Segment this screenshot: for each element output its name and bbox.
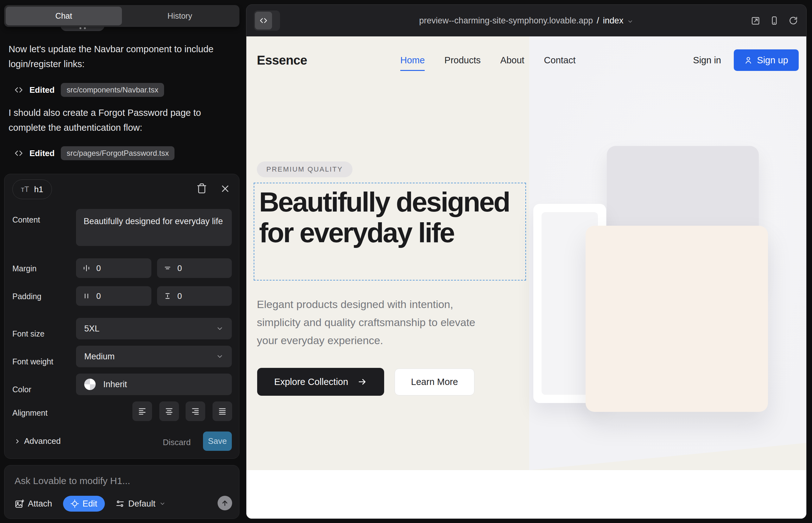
edit-label: Edit bbox=[83, 499, 98, 509]
edited-label: Edited bbox=[30, 148, 54, 158]
url-bar[interactable]: preview--charming-site-symphony.lovable.… bbox=[246, 5, 806, 36]
topbar-actions bbox=[751, 5, 798, 36]
font-weight-value: Medium bbox=[84, 352, 114, 362]
next-section bbox=[246, 470, 807, 519]
element-tag-label: h1 bbox=[34, 184, 43, 194]
content-input[interactable]: Beautifully designed for everyday life bbox=[76, 209, 232, 246]
attach-label: Attach bbox=[28, 499, 52, 509]
app-root: Chat History Now let's update the Navbar… bbox=[0, 0, 812, 523]
mobile-view-icon[interactable] bbox=[770, 16, 779, 25]
file-pill[interactable]: src/pages/ForgotPassword.tsx bbox=[61, 146, 175, 160]
open-in-new-icon[interactable] bbox=[751, 16, 760, 25]
discard-button[interactable]: Discard bbox=[163, 437, 191, 447]
edited-file-row: Edited src/pages/ForgotPassword.tsx bbox=[14, 146, 175, 160]
padding-x-input[interactable] bbox=[96, 291, 128, 301]
preview-url: preview--charming-site-symphony.lovable.… bbox=[419, 16, 593, 26]
site-auth: Sign in Sign up bbox=[693, 36, 799, 84]
margin-x-field[interactable] bbox=[76, 258, 152, 278]
chevron-down-icon bbox=[216, 353, 224, 360]
chevron-right-icon bbox=[14, 438, 21, 445]
hero-badge: PREMIUM QUALITY bbox=[257, 161, 352, 177]
tab-history[interactable]: History bbox=[122, 7, 238, 25]
chat-message: I should also create a Forgot Password p… bbox=[8, 105, 230, 135]
padding-horizontal-icon bbox=[82, 292, 91, 300]
content-label: Content bbox=[12, 215, 40, 224]
padding-y-input[interactable] bbox=[177, 291, 209, 301]
margin-y-input[interactable] bbox=[177, 264, 209, 273]
send-button[interactable] bbox=[217, 496, 232, 510]
refresh-icon[interactable] bbox=[789, 16, 798, 25]
font-size-select[interactable]: 5XL bbox=[76, 318, 232, 339]
font-weight-select[interactable]: Medium bbox=[76, 346, 232, 367]
sliders-icon bbox=[116, 499, 124, 508]
site-canvas: Essence Home Products About Contact Sign… bbox=[246, 36, 807, 519]
site-navbar: Essence Home Products About Contact Sign… bbox=[246, 36, 807, 84]
padding-y-field[interactable] bbox=[157, 286, 232, 306]
model-selector[interactable]: Default bbox=[116, 499, 166, 509]
color-label: Color bbox=[12, 385, 31, 394]
align-center-button[interactable] bbox=[159, 401, 179, 421]
font-size-value: 5XL bbox=[84, 324, 100, 334]
margin-y-field[interactable] bbox=[157, 258, 232, 278]
margin-horizontal-icon bbox=[82, 264, 91, 272]
advanced-toggle[interactable]: Advanced bbox=[14, 436, 61, 446]
sign-up-button[interactable]: Sign up bbox=[734, 49, 799, 71]
align-left-button[interactable] bbox=[133, 401, 152, 421]
preview-panel: preview--charming-site-symphony.lovable.… bbox=[246, 4, 807, 519]
sidebar-tabs: Chat History bbox=[4, 5, 240, 27]
hero-heading[interactable]: Beautifully designed for everyday life bbox=[254, 183, 525, 248]
chat-message: Now let's update the Navbar component to… bbox=[8, 42, 230, 72]
nav-link-about[interactable]: About bbox=[500, 55, 525, 66]
sign-up-label: Sign up bbox=[757, 55, 788, 66]
advanced-label: Advanced bbox=[24, 436, 61, 446]
chat-sidebar: Chat History Now let's update the Navbar… bbox=[0, 0, 246, 523]
nav-link-contact[interactable]: Contact bbox=[544, 55, 576, 66]
element-editor-panel: тT h1 Content Beautifully designed for e… bbox=[4, 174, 240, 459]
selection-outline: Beautifully designed for everyday life bbox=[254, 183, 526, 281]
alignment-label: Alignment bbox=[12, 409, 48, 418]
align-right-button[interactable] bbox=[186, 401, 205, 421]
code-icon bbox=[14, 86, 23, 94]
selected-element-chip: тT h1 bbox=[12, 180, 52, 199]
chevron-down-icon bbox=[159, 501, 166, 507]
chat-input[interactable] bbox=[15, 473, 224, 489]
tab-chat[interactable]: Chat bbox=[6, 7, 122, 25]
model-label: Default bbox=[128, 499, 156, 509]
color-select[interactable]: Inherit bbox=[76, 374, 232, 395]
explore-collection-label: Explore Collection bbox=[274, 377, 348, 387]
nav-link-products[interactable]: Products bbox=[444, 55, 480, 66]
font-weight-label: Font weight bbox=[12, 357, 53, 366]
arrow-right-icon bbox=[357, 377, 367, 386]
nav-link-home[interactable]: Home bbox=[400, 55, 425, 71]
delete-element-icon[interactable] bbox=[196, 183, 207, 194]
edited-label: Edited bbox=[30, 85, 54, 95]
url-page: index bbox=[603, 16, 623, 26]
save-button[interactable]: Save bbox=[203, 432, 232, 451]
decor-card-cream bbox=[586, 226, 768, 412]
learn-more-button[interactable]: Learn More bbox=[394, 368, 474, 395]
composer-toolbar: Attach Edit Default bbox=[15, 496, 231, 511]
font-size-label: Font size bbox=[12, 329, 44, 339]
attach-button[interactable]: Attach bbox=[15, 499, 52, 509]
hero-paragraph: Elegant products designed with intention… bbox=[257, 295, 497, 349]
margin-label: Margin bbox=[12, 264, 36, 273]
url-separator: / bbox=[597, 16, 599, 26]
attach-image-icon bbox=[15, 499, 24, 508]
color-value: Inherit bbox=[103, 380, 127, 390]
preview-topbar: preview--charming-site-symphony.lovable.… bbox=[246, 5, 806, 36]
target-icon bbox=[71, 500, 79, 508]
code-icon bbox=[14, 149, 23, 158]
site-logo[interactable]: Essence bbox=[257, 36, 307, 84]
site-nav-links: Home Products About Contact bbox=[400, 36, 576, 84]
chevron-down-icon bbox=[627, 18, 633, 25]
user-icon bbox=[744, 56, 753, 64]
explore-collection-button[interactable]: Explore Collection bbox=[257, 368, 384, 396]
sign-in-link[interactable]: Sign in bbox=[693, 55, 721, 66]
file-pill[interactable]: src/components/Navbar.tsx bbox=[61, 83, 164, 97]
margin-x-input[interactable] bbox=[96, 264, 128, 273]
edit-mode-button[interactable]: Edit bbox=[63, 496, 105, 511]
align-justify-button[interactable] bbox=[212, 401, 232, 421]
chat-composer: Attach Edit Default bbox=[4, 465, 240, 519]
close-icon[interactable] bbox=[220, 184, 230, 194]
padding-x-field[interactable] bbox=[76, 286, 152, 306]
